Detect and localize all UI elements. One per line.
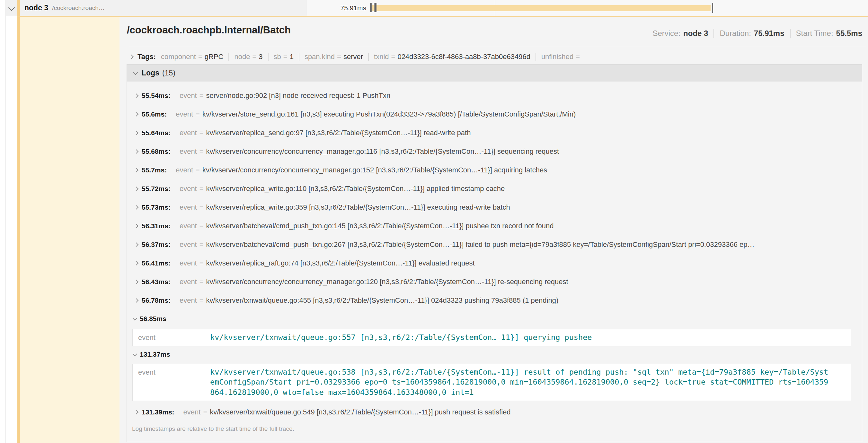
equals-sign: =: [199, 184, 204, 193]
log-summary: event=kv/kvserver/store_send.go:161 [n3,…: [176, 110, 862, 118]
log-key: event: [176, 110, 193, 118]
log-marker[interactable]: [374, 3, 375, 12]
tag-separator: [228, 53, 229, 61]
equals-sign: =: [199, 222, 204, 230]
equals-sign: =: [576, 53, 580, 61]
equals-sign: =: [199, 278, 204, 286]
span-bar[interactable]: [370, 5, 711, 11]
span-timeline[interactable]: 75.91ms: [307, 0, 868, 16]
span-service-name: node 3: [24, 3, 48, 12]
log-marker[interactable]: [373, 3, 373, 12]
equals-sign: =: [391, 53, 396, 61]
log-timestamp: 131.39ms:: [142, 408, 175, 416]
log-value: kv/kvserver/txnwait/queue.go:557 [n3,s3,…: [210, 333, 829, 343]
log-summary: event=kv/kvserver/txnwait/queue.go:455 […: [180, 296, 862, 305]
tag-item[interactable]: span.kind=server: [305, 53, 363, 61]
tag-separator: [268, 53, 269, 61]
log-entry-row[interactable]: 56.78ms: event=kv/kvserver/txnwait/queue…: [127, 291, 862, 310]
tag-item[interactable]: sb=1: [274, 53, 293, 61]
title-divider: [129, 46, 866, 46]
log-entry-row[interactable]: 55.73ms: event=kv/kvserver/replica_write…: [127, 198, 862, 217]
log-value: kv/kvserver/txnwait/queue.go:455 [n3,s3,…: [206, 296, 559, 304]
log-summary: event=kv/kvserver/batcheval/cmd_push_txn…: [180, 240, 862, 249]
start-time-label: Start Time:: [796, 29, 833, 38]
chevron-right-icon: [134, 410, 138, 414]
log-marker[interactable]: [376, 3, 377, 12]
log-entry-row[interactable]: 56.43ms: event=kv/kvserver/concurrency/c…: [127, 273, 862, 291]
tag-item[interactable]: unfinished=: [541, 53, 582, 61]
chevron-down-icon[interactable]: [8, 4, 15, 10]
log-timestamp: 131.37ms: [140, 350, 170, 358]
log-value: kv/kvserver/replica_write.go:359 [n3,s3,…: [206, 203, 510, 211]
logs-footer-note: Log timestamps are relative to the start…: [127, 425, 862, 433]
equals-sign: =: [199, 240, 204, 248]
equals-sign: =: [199, 296, 204, 304]
equals-sign: =: [198, 53, 203, 61]
tag-key: txnid: [374, 53, 389, 61]
log-key: event: [180, 296, 197, 304]
log-entry-row[interactable]: 55.64ms: event=kv/kvserver/replica_send.…: [127, 124, 862, 142]
span-operation-name: /cockroach.roach…: [52, 4, 105, 11]
log-entry-expanded-header[interactable]: 131.37ms: [127, 346, 862, 363]
log-marker-end[interactable]: [712, 3, 713, 13]
tags-list: component=gRPC node=3 sb=1 span.kind=ser…: [156, 53, 582, 61]
log-entry-row[interactable]: 55.6ms: event=kv/kvserver/store_send.go:…: [127, 105, 862, 124]
log-entry-row[interactable]: 55.68ms: event=kv/kvserver/concurrency/c…: [127, 142, 862, 161]
log-summary: event=kv/kvserver/replica_write.go:110 […: [180, 184, 862, 193]
logs-count: (15): [162, 69, 176, 77]
log-timestamp: 56.31ms:: [142, 222, 170, 230]
chevron-right-icon: [134, 186, 138, 191]
tag-separator: [299, 53, 300, 61]
log-value: kv/kvserver/txnwait/queue.go:538 [n3,s3,…: [210, 367, 829, 398]
log-marker[interactable]: [371, 3, 372, 12]
log-timestamp: 56.85ms: [140, 315, 166, 322]
meta-separator: [790, 29, 790, 38]
log-summary: event=kv/kvserver/replica_send.go:97 [n3…: [180, 129, 862, 137]
logs-accordion: Logs (15) 55.54ms: event=server/node.go:…: [127, 64, 862, 442]
log-summary: event=kv/kvserver/batcheval/cmd_push_txn…: [180, 222, 862, 230]
log-key: event: [133, 333, 210, 343]
log-summary: event=kv/kvserver/concurrency/concurrenc…: [180, 278, 862, 286]
log-entry-expanded-header[interactable]: 56.85ms: [127, 310, 862, 328]
chevron-right-icon: [129, 55, 134, 59]
tag-value: 024d3323-6c8f-4863-aa8b-37ab0e63496d: [397, 53, 530, 61]
log-value: kv/kvserver/store_send.go:161 [n3,s3] ex…: [203, 110, 576, 118]
chevron-right-icon: [134, 298, 138, 303]
span-color-stripe: [17, 0, 20, 443]
equals-sign: =: [199, 147, 204, 156]
span-name-column[interactable]: node 3 /cockroach.roach…: [6, 0, 307, 16]
log-entry-expanded: 56.85ms event kv/kvserver/txnwait/queue.…: [127, 310, 862, 346]
log-entry-row[interactable]: 131.39ms: event=kv/kvserver/txnwait/queu…: [127, 403, 862, 421]
tag-item[interactable]: component=gRPC: [161, 53, 223, 61]
log-value: kv/kvserver/replica_write.go:110 [n3,s3,…: [206, 184, 505, 193]
span-row[interactable]: node 3 /cockroach.roach… 75.91ms: [6, 0, 868, 16]
log-kv-table: event kv/kvserver/txnwait/queue.go:557 […: [132, 329, 851, 346]
log-entry-row[interactable]: 55.72ms: event=kv/kvserver/replica_write…: [127, 179, 862, 198]
span-detail-title: /cockroach.roachpb.Internal/Batch: [127, 24, 291, 36]
chevron-right-icon: [134, 224, 138, 228]
tag-item[interactable]: txnid=024d3323-6c8f-4863-aa8b-37ab0e6349…: [374, 53, 530, 61]
log-summary: event=kv/kvserver/txnwait/queue.go:549 […: [183, 408, 862, 416]
log-marker[interactable]: [375, 3, 376, 12]
logs-accordion-header[interactable]: Logs (15): [127, 65, 862, 81]
tags-accordion-header[interactable]: Tags: component=gRPC node=3 sb=1 span.ki…: [130, 50, 582, 63]
log-entry-row[interactable]: 55.54ms: event=server/node.go:902 [n3] n…: [127, 87, 862, 105]
log-entry-row[interactable]: 56.41ms: event=kv/kvserver/replica_raft.…: [127, 254, 862, 273]
log-value: kv/kvserver/concurrency/concurrency_mana…: [203, 166, 547, 174]
logs-title: Logs: [142, 69, 159, 77]
log-entry-row[interactable]: 55.7ms: event=kv/kvserver/concurrency/co…: [127, 161, 862, 179]
equals-sign: =: [252, 53, 256, 61]
chevron-down-icon: [133, 316, 137, 321]
span-detail-meta: Service:node 3 Duration:75.91ms Start Ti…: [652, 29, 862, 38]
equals-sign: =: [199, 92, 204, 100]
log-timestamp: 56.37ms:: [142, 241, 170, 248]
chevron-right-icon: [134, 205, 138, 210]
log-key: event: [180, 278, 197, 286]
chevron-right-icon: [134, 168, 138, 172]
log-entry-row[interactable]: 56.37ms: event=kv/kvserver/batcheval/cmd…: [127, 235, 862, 254]
log-entry-row[interactable]: 56.31ms: event=kv/kvserver/batcheval/cmd…: [127, 217, 862, 235]
tag-item[interactable]: node=3: [234, 53, 262, 61]
log-marker[interactable]: [370, 3, 371, 12]
log-timestamp: 55.72ms:: [142, 185, 170, 193]
log-key: event: [180, 92, 197, 100]
